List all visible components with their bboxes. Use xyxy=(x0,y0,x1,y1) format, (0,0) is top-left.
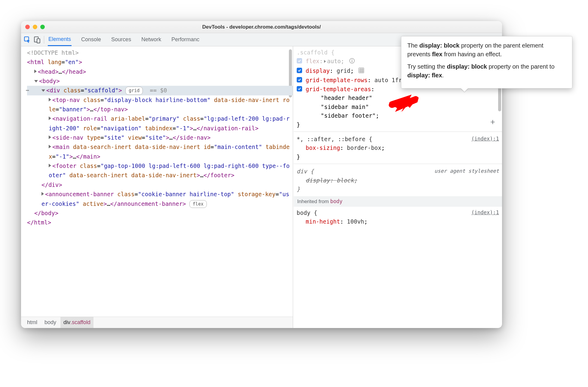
rule-source-link[interactable]: (index):1 xyxy=(471,135,499,143)
info-icon[interactable] xyxy=(349,57,355,66)
rule-source-ua: user agent stylesheet xyxy=(434,167,499,175)
dom-doctype[interactable]: <!DOCTYPE html> xyxy=(27,48,293,57)
checkbox-icon[interactable] xyxy=(297,58,302,63)
titlebar: DevTools - developer.chrome.com/tags/dev… xyxy=(21,21,502,33)
crumb-body[interactable]: body xyxy=(41,317,59,328)
collapse-caret-icon[interactable] xyxy=(41,89,45,92)
main-panels: <!DOCTYPE html> <html lang="en"> <head>…… xyxy=(21,46,502,328)
prop-min-height[interactable]: min-height: 100vh; xyxy=(297,217,499,226)
svg-rect-2 xyxy=(37,39,40,43)
rule-selector[interactable]: body { xyxy=(297,209,499,217)
inherited-from-header: Inherited from body xyxy=(294,196,502,207)
flex-badge[interactable]: flex xyxy=(189,200,207,208)
expand-caret-icon[interactable] xyxy=(49,164,51,167)
minimize-window-icon[interactable] xyxy=(33,25,37,29)
expand-caret-icon[interactable] xyxy=(49,116,51,120)
tab-elements[interactable]: Elements xyxy=(48,33,72,46)
dom-footer[interactable]: <footer class="gap-top-1000 lg:pad-left-… xyxy=(27,161,293,180)
crumb-scaffold[interactable]: div.scaffold xyxy=(60,317,93,328)
elements-panel: <!DOCTYPE html> <html lang="en"> <head>…… xyxy=(21,46,293,328)
prop-box-sizing[interactable]: box-sizing: border-box; xyxy=(297,144,499,152)
svg-point-5 xyxy=(351,59,352,60)
svg-rect-6 xyxy=(352,60,352,62)
style-rule-body[interactable]: (index):1 body { min-height: 100vh; xyxy=(297,209,499,227)
window-controls xyxy=(25,25,45,29)
add-property-icon[interactable]: ＋ xyxy=(489,116,497,128)
rule-selector[interactable]: *, ::after, ::before { xyxy=(297,135,499,144)
dom-html-close[interactable]: </html> xyxy=(27,218,293,227)
dom-side-nav[interactable]: <side-nav type="site" view="site">…</sid… xyxy=(27,133,293,142)
device-toolbar-icon[interactable] xyxy=(33,36,41,44)
dom-navigation-rail[interactable]: <navigation-rail aria-label="primary" cl… xyxy=(27,114,293,133)
dom-breadcrumb: html body div.scaffold xyxy=(21,317,293,328)
hint-tooltip: The display: block property on the paren… xyxy=(401,36,572,88)
inspect-element-icon[interactable] xyxy=(23,36,31,44)
tab-performance[interactable]: Performanc xyxy=(171,33,200,46)
style-rule-universal[interactable]: (index):1 *, ::after, ::before { box-siz… xyxy=(297,135,499,167)
dom-body-close[interactable]: </body> xyxy=(27,209,293,218)
dom-body-open[interactable]: <body> xyxy=(27,76,293,86)
expand-caret-icon[interactable] xyxy=(49,145,51,148)
grid-editor-icon[interactable] xyxy=(358,67,364,76)
zoom-window-icon[interactable] xyxy=(40,25,45,29)
dom-announcement-banner[interactable]: <announcement-banner class="cookie-banne… xyxy=(27,190,293,209)
expand-caret-icon[interactable] xyxy=(49,98,51,101)
dom-topnav[interactable]: <top-nav class="display-block hairline-b… xyxy=(27,95,293,114)
expand-caret-icon[interactable] xyxy=(41,192,44,196)
dom-main[interactable]: <main data-search-inert data-side-nav-in… xyxy=(27,142,293,161)
dom-html-open[interactable]: <html lang="en"> xyxy=(27,57,293,67)
dom-scaffold-close[interactable]: </div> xyxy=(27,180,293,190)
panel-tabs: Elements Console Sources Network Perform… xyxy=(48,33,200,46)
styles-list[interactable]: (index):1 .scaffold { flex:auto; display… xyxy=(293,46,502,328)
dom-tree[interactable]: <!DOCTYPE html> <html lang="en"> <head>…… xyxy=(21,46,293,317)
crumb-html[interactable]: html xyxy=(24,317,40,328)
dom-head[interactable]: <head>…</head> xyxy=(27,67,293,76)
expand-caret-icon[interactable] xyxy=(49,135,51,139)
window-title: DevTools - developer.chrome.com/tags/dev… xyxy=(21,24,502,30)
grid-badge[interactable]: grid xyxy=(125,87,143,95)
style-rule-div-ua[interactable]: user agent stylesheet div { display: blo… xyxy=(297,167,499,194)
expand-caret-icon[interactable] xyxy=(34,70,37,73)
dom-selected-scaffold[interactable]: <div class="scaffold"> grid == $0 xyxy=(27,86,293,95)
tab-network[interactable]: Network xyxy=(141,33,162,46)
expand-triangle-icon[interactable] xyxy=(324,60,326,63)
close-window-icon[interactable] xyxy=(25,25,30,29)
prop-display-strike[interactable]: display: block; xyxy=(297,176,499,185)
rule-source-link[interactable]: (index):1 xyxy=(471,209,499,216)
tab-sources[interactable]: Sources xyxy=(111,33,132,46)
tab-console[interactable]: Console xyxy=(81,33,102,46)
checkbox-icon[interactable] xyxy=(297,86,302,91)
checkbox-icon[interactable] xyxy=(297,68,302,73)
collapse-caret-icon[interactable] xyxy=(34,80,38,82)
svg-rect-7 xyxy=(359,68,364,73)
checkbox-icon[interactable] xyxy=(297,77,302,82)
styles-panel: (index):1 .scaffold { flex:auto; display… xyxy=(293,46,502,328)
